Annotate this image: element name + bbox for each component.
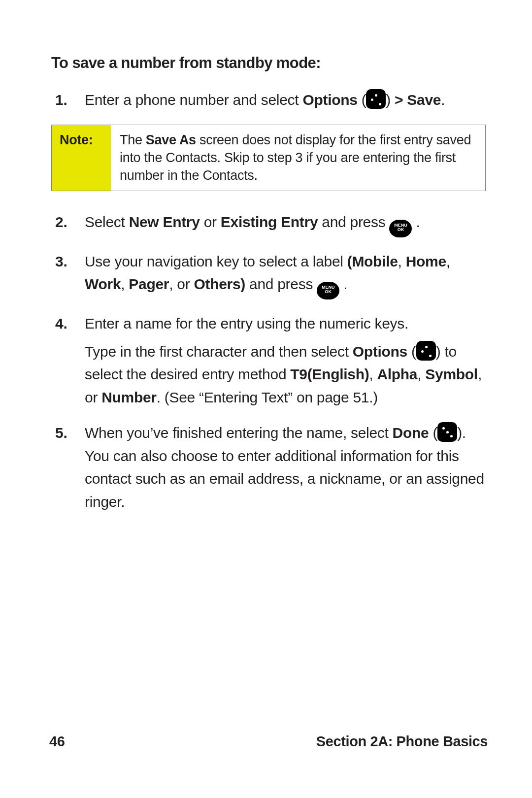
text: ) (386, 92, 395, 108)
text: Select (85, 214, 129, 230)
step-number: 5. (55, 422, 67, 445)
done-label: Done (393, 425, 429, 441)
menu-ok-icon: MENUOK (317, 282, 339, 299)
new-entry-label: New Entry (129, 214, 200, 230)
step-number: 3. (55, 250, 67, 273)
text: Use your navigation key to select a labe… (85, 253, 347, 269)
instruction-list-continued: 2. Select New Entry or Existing Entry an… (49, 211, 488, 514)
step-number: 4. (55, 312, 67, 335)
page-number: 46 (49, 733, 65, 750)
step-5: 5. When you’ve finished entering the nam… (79, 422, 488, 513)
text: and press (245, 276, 317, 292)
text: ( (429, 425, 437, 441)
text: and press (318, 214, 389, 230)
text: , (121, 276, 129, 292)
label-mobile: (Mobile (347, 253, 398, 269)
text: You can also choose to enter additional … (85, 448, 484, 510)
text: When you’ve finished entering the name, … (85, 425, 393, 441)
options-label: Options (302, 92, 357, 108)
label-pager: Pager (129, 276, 169, 292)
step-1: 1. Enter a phone number and select Optio… (79, 89, 488, 112)
options-label: Options (353, 343, 407, 360)
text: The (120, 133, 146, 147)
text: ). (457, 425, 466, 441)
step-number: 2. (55, 211, 67, 234)
text: , (417, 366, 425, 382)
text: . (339, 276, 347, 292)
step-4: 4. Enter a name for the entry using the … (79, 312, 488, 409)
text: ( (407, 343, 416, 360)
softkey-icon (416, 341, 436, 361)
label-home: Home (406, 253, 446, 269)
text: or (200, 214, 221, 230)
step-number: 1. (55, 89, 67, 112)
step-2: 2. Select New Entry or Existing Entry an… (79, 211, 488, 237)
softkey-icon (366, 89, 386, 109)
text: Type in the first character and then sel… (85, 343, 353, 360)
section-title: Section 2A: Phone Basics (316, 733, 488, 750)
existing-entry-label: Existing Entry (221, 214, 318, 230)
label-others: Others) (194, 276, 245, 292)
text: Enter a phone number and select (85, 92, 302, 108)
manual-page: To save a number from standby mode: 1. E… (0, 0, 532, 798)
label-work: Work (85, 276, 121, 292)
text: . (441, 92, 445, 108)
note-body: The Save As screen does not display for … (111, 125, 485, 191)
method-t9: T9(English) (290, 366, 369, 382)
step-3: 3. Use your navigation key to select a l… (79, 250, 488, 300)
step4-line1: Enter a name for the entry using the num… (85, 312, 488, 335)
menu-ok-icon: MENUOK (389, 220, 412, 237)
text: ( (358, 92, 366, 108)
instruction-list: 1. Enter a phone number and select Optio… (49, 89, 488, 112)
text: . (412, 214, 420, 230)
text: , (446, 253, 450, 269)
note-label: Note: (52, 125, 111, 191)
text: , or (169, 276, 194, 292)
method-number: Number (101, 389, 157, 405)
save-path: > Save (395, 92, 441, 108)
text: , (398, 253, 406, 269)
note-callout: Note: The Save As screen does not displa… (51, 125, 486, 191)
page-footer: 46 Section 2A: Phone Basics (49, 733, 488, 750)
method-alpha: Alpha (377, 366, 417, 382)
text: . (See “Entering Text” on page 51.) (157, 389, 378, 405)
section-heading: To save a number from standby mode: (51, 54, 488, 72)
save-as-term: Save As (146, 133, 196, 147)
method-symbol: Symbol (425, 366, 478, 382)
text: ) (436, 343, 445, 360)
softkey-done-icon (437, 422, 457, 442)
text: , (369, 366, 377, 382)
